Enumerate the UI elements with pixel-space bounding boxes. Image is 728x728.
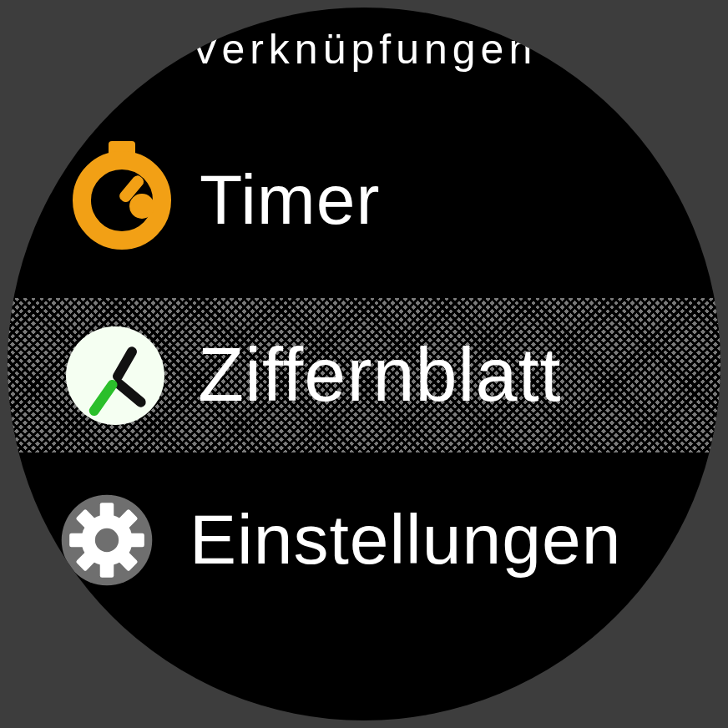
watchface-icon: [66, 326, 164, 425]
watch-face: Verknüpfungen Timer Ziffernblatt: [8, 8, 720, 720]
gear-icon: [58, 491, 156, 589]
menu-item-label: Timer: [200, 159, 381, 240]
menu-item-watchface[interactable]: Ziffernblatt: [8, 298, 720, 452]
svg-point-10: [95, 528, 119, 551]
stopwatch-icon: [73, 151, 171, 250]
menu-item-timer[interactable]: Timer: [8, 131, 720, 269]
menu-item-settings[interactable]: Einstellungen: [8, 471, 720, 609]
menu-item-label: Einstellungen: [190, 499, 621, 580]
menu-item-label: Ziffernblatt: [198, 332, 562, 418]
page-title: Verknüpfungen: [8, 26, 720, 73]
